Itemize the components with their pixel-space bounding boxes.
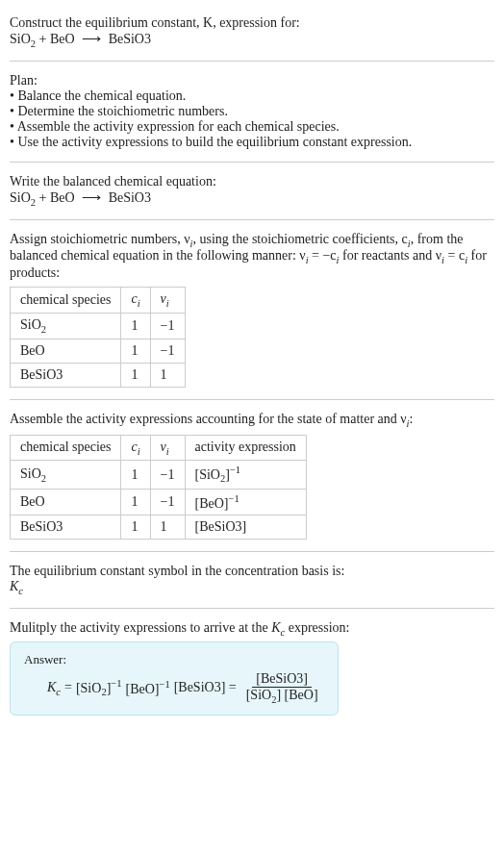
divider — [10, 399, 494, 400]
stoich-table: chemical species ci νi SiO2 1 −1 BeO 1 −… — [10, 287, 186, 388]
title-line1: Construct the equilibrium constant, K, e… — [10, 15, 300, 30]
product-besio3: BeSiO3 — [109, 32, 151, 46]
table-row: BeSiO3 1 1 [BeSiO3] — [11, 516, 307, 540]
table-row: BeO 1 −1 — [11, 339, 186, 363]
symbol-section: The equilibrium constant symbol in the c… — [10, 556, 494, 604]
activity-section: Assemble the activity expressions accoun… — [10, 404, 494, 548]
reaction-arrow-icon: ⟶ — [82, 190, 101, 205]
table-row: BeSiO3 1 1 — [11, 363, 186, 387]
plan-heading: Plan: — [10, 73, 494, 88]
balanced-heading: Write the balanced chemical equation: — [10, 174, 494, 189]
reactant-sio2: SiO2 — [10, 32, 36, 46]
fraction-denominator: [SiO2] [BeO] — [242, 688, 322, 705]
answer-box: Answer: Kc = [SiO2]−1 [BeO]−1 [BeSiO3] =… — [10, 641, 339, 716]
stoich-text: Assign stoichiometric numbers, νi, using… — [10, 232, 494, 282]
table-row: BeO 1 −1 [BeO]−1 — [11, 489, 307, 516]
table-row: SiO2 1 −1 — [11, 313, 186, 339]
balanced-equation: SiO2 + BeO ⟶ BeSiO3 — [10, 189, 494, 208]
activity-heading: Assemble the activity expressions accoun… — [10, 412, 494, 429]
balanced-section: Write the balanced chemical equation: Si… — [10, 166, 494, 215]
title-text: Construct the equilibrium constant, K, e… — [10, 15, 494, 31]
divider — [10, 608, 494, 609]
symbol-heading: The equilibrium constant symbol in the c… — [10, 564, 494, 579]
chemical-equation: SiO2 + BeO ⟶ BeSiO3 — [10, 31, 494, 49]
activity-table: chemical species ci νi activity expressi… — [10, 435, 307, 541]
table-header-row: chemical species ci νi — [11, 288, 186, 314]
plan-bullet: • Balance the chemical equation. — [10, 88, 494, 104]
col-species: chemical species — [11, 288, 121, 314]
plan-bullet: • Determine the stoichiometric numbers. — [10, 104, 494, 119]
multiply-section: Mulitply the activity expressions to arr… — [10, 613, 494, 723]
stoich-section: Assign stoichiometric numbers, νi, using… — [10, 224, 494, 395]
kc-expression: Kc = [SiO2]−1 [BeO]−1 [BeSiO3] = [BeSiO3… — [24, 671, 324, 705]
divider — [10, 219, 494, 220]
col-ci: ci — [121, 288, 150, 314]
reaction-arrow-icon: ⟶ — [82, 32, 101, 46]
title-section: Construct the equilibrium constant, K, e… — [10, 8, 494, 57]
divider — [10, 551, 494, 552]
plan-bullet: • Use the activity expressions to build … — [10, 135, 494, 150]
plan-section: Plan: • Balance the chemical equation. •… — [10, 65, 494, 158]
divider — [10, 162, 494, 163]
table-row: SiO2 1 −1 [SiO2]−1 — [11, 461, 307, 489]
multiply-heading: Mulitply the activity expressions to arr… — [10, 620, 494, 638]
col-vi: νi — [150, 288, 185, 314]
symbol-kc: Kc — [10, 579, 494, 596]
divider — [10, 61, 494, 62]
fraction-numerator: [BeSiO3] — [252, 671, 312, 688]
table-header-row: chemical species ci νi activity expressi… — [11, 435, 307, 461]
plan-bullet: • Assemble the activity expression for e… — [10, 119, 494, 135]
answer-label: Answer: — [24, 652, 324, 667]
reactant-beo: BeO — [50, 32, 75, 46]
fraction: [BeSiO3] [SiO2] [BeO] — [242, 671, 322, 705]
